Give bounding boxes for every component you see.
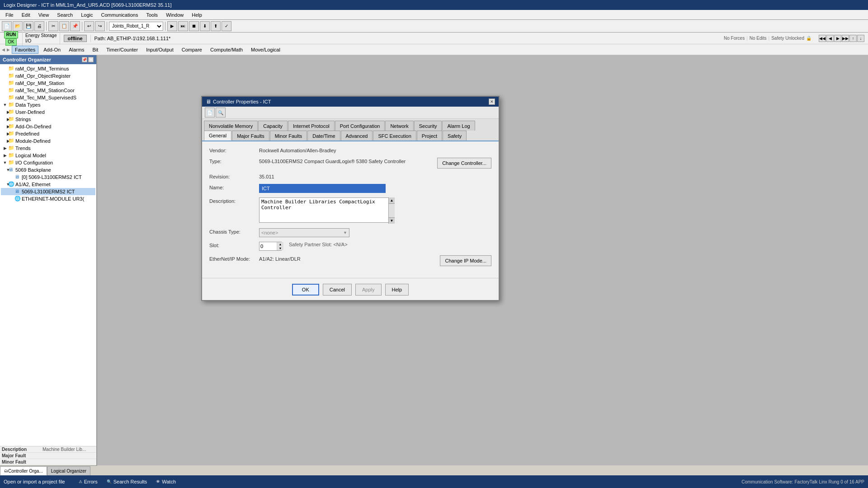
expand-icon[interactable]: ▶ [2, 123, 8, 130]
name-input[interactable] [259, 184, 386, 193]
tab-security[interactable]: Security [414, 121, 442, 131]
fav-movelogical[interactable]: Move/Logical [248, 46, 283, 54]
bottom-tab-controller-organizer[interactable]: 🗂 Controller Orga... [0, 466, 47, 475]
menu-search[interactable]: Search [53, 11, 76, 19]
tab-internet-protocol[interactable]: Internet Protocol [288, 121, 335, 131]
fav-inputoutput[interactable]: Input/Output [143, 46, 177, 54]
expand-icon[interactable]: ▼ [2, 181, 8, 188]
cancel-button[interactable]: Cancel [323, 284, 352, 296]
fav-timercounter[interactable]: Timer/Counter [103, 46, 141, 54]
tab-network[interactable]: Network [385, 121, 413, 131]
fav-alarms[interactable]: Alarms [66, 46, 87, 54]
help-button[interactable]: Help [385, 284, 409, 296]
fav-computemath[interactable]: Compute/Math [207, 46, 246, 54]
nav-right[interactable]: ▶▶ [842, 35, 849, 42]
expand-icon[interactable] [2, 66, 8, 72]
nav-left[interactable]: ◀◀ [819, 35, 826, 42]
nav-next[interactable]: ▶ [834, 35, 841, 42]
expand-icon[interactable]: ▶ [2, 109, 8, 115]
expand-icon[interactable]: ▶ [2, 152, 8, 159]
tab-minor-faults[interactable]: Minor Faults [270, 131, 307, 141]
status-tab-watch[interactable]: 👁 Watch [153, 478, 179, 485]
menu-edit[interactable]: Edit [18, 11, 34, 19]
tree-item-ram-opr-objectregister[interactable]: 📁 raM_Opr_ObjectRegister [1, 72, 95, 80]
tab-project[interactable]: Project [417, 131, 442, 141]
expand-icon[interactable] [2, 73, 8, 79]
fav-addon[interactable]: Add-On [40, 46, 64, 54]
tree-item-ram-opr-mm-station[interactable]: 📁 raM_Opr_MM_Station [1, 80, 95, 87]
fav-compare[interactable]: Compare [179, 46, 205, 54]
expand-icon[interactable]: ▼ [2, 160, 8, 166]
open-button[interactable]: 📂 [13, 21, 23, 31]
status-tab-errors[interactable]: ⚠ Errors [76, 478, 100, 485]
bottom-tab-logical-organizer[interactable]: Logical Organizer [47, 466, 90, 475]
expand-icon[interactable] [2, 188, 14, 195]
expand-icon[interactable] [2, 80, 8, 86]
menu-help[interactable]: Help [188, 11, 206, 19]
apply-button[interactable]: Apply [355, 284, 382, 296]
scroll-down[interactable]: ▼ [389, 217, 395, 224]
scroll-up[interactable]: ▲ [389, 197, 395, 204]
expand-icon[interactable] [2, 94, 8, 101]
fav-favorites[interactable]: Favorites [12, 46, 38, 54]
tab-safety[interactable]: Safety [443, 131, 467, 141]
tree-item-5069-l3100erms2-ict[interactable]: 🖥 [0] 5069-L3100ERMS2 ICT [1, 174, 95, 181]
print-button[interactable]: 🖨 [34, 21, 44, 31]
dialog-toolbar-btn2[interactable]: 🔍 [216, 108, 226, 117]
menu-view[interactable]: View [35, 11, 53, 19]
tab-advanced[interactable]: Advanced [341, 131, 373, 141]
tree-item-logical-model[interactable]: ▶ 📁 Logical Model [1, 152, 95, 159]
slot-input[interactable] [260, 244, 277, 249]
tree-item-add-on-defined[interactable]: ▶ 📁 Add-On-Defined [1, 123, 95, 130]
tree-item-ethernet-module-ur3[interactable]: 🌐 ETHERNET-MODULE UR3( [1, 195, 95, 202]
nav-prev[interactable]: ◀ [826, 35, 834, 42]
tree-item-ram-tec-mm-stationcoor[interactable]: 📁 raM_Tec_MM_StationCoor [1, 87, 95, 94]
undo-button[interactable]: ↩ [84, 21, 94, 31]
status-tab-search-results[interactable]: 🔍 Search Results [104, 478, 150, 485]
stop-btn[interactable]: ⏹ [189, 21, 199, 31]
paste-button[interactable]: 📌 [70, 21, 80, 31]
tree-item-5069-backplane[interactable]: ▼ 🖥 5069 Backplane [1, 166, 95, 174]
tree-item-5069-l3100erms2-ict2[interactable]: 🖥 5069-L3100ERMS2 ICT [1, 188, 95, 195]
tab-alarm-log[interactable]: Alarm Log [442, 121, 475, 131]
menu-logic[interactable]: Logic [77, 11, 96, 19]
tree-item-a1a2-ethernet[interactable]: ▼ 🌐 A1/A2, Ethernet [1, 181, 95, 188]
expand-icon[interactable] [2, 174, 14, 180]
tree-item-predefined[interactable]: ▶ 📁 Predefined [1, 130, 95, 137]
step-btn[interactable]: ⏭ [178, 21, 188, 31]
expand-icon[interactable]: ▶ [2, 116, 8, 122]
expand-icon[interactable]: ▶ [2, 145, 8, 151]
redo-button[interactable]: ↪ [95, 21, 105, 31]
slot-up-button[interactable]: ▲ [277, 242, 283, 246]
save-button[interactable]: 💾 [24, 21, 33, 31]
menu-communications[interactable]: Communications [98, 11, 142, 19]
dialog-close-button[interactable]: ✕ [489, 99, 495, 105]
cut-button[interactable]: ✂ [48, 21, 58, 31]
nav-up[interactable]: ↑ [849, 35, 857, 42]
chassis-dropdown-arrow[interactable]: ▼ [343, 230, 347, 235]
run-mode-btn[interactable]: ▶ [167, 21, 177, 31]
nav-down[interactable]: ↓ [857, 35, 864, 42]
expand-icon[interactable]: ▶ [2, 138, 8, 144]
change-controller-button[interactable]: Change Controller... [437, 158, 491, 169]
tree-item-ram-opr-mm-terminus[interactable]: 📁 raM_Opr_MM_Terminus [1, 65, 95, 72]
change-ip-mode-button[interactable]: Change IP Mode... [440, 255, 491, 266]
panel-pin[interactable]: 📌 [82, 57, 87, 62]
fav-bit[interactable]: Bit [89, 46, 101, 54]
expand-icon[interactable]: ▼ [2, 167, 8, 173]
expand-icon[interactable] [2, 87, 8, 94]
dialog-toolbar-btn1[interactable]: 📄 [205, 108, 215, 117]
tree-item-module-defined[interactable]: ▶ 📁 Module-Defined [1, 137, 95, 145]
expand-icon[interactable]: ▶ [2, 131, 8, 137]
menu-window[interactable]: Window [162, 11, 187, 19]
tab-capacity[interactable]: Capacity [258, 121, 288, 131]
download-btn[interactable]: ⬇ [200, 21, 210, 31]
new-button[interactable]: 📄 [2, 21, 12, 31]
tree-item-data-types[interactable]: ▼ 📁 Data Types [1, 101, 95, 108]
tree-item-user-defined[interactable]: ▶ 📁 User-Defined [1, 108, 95, 116]
expand-icon[interactable] [2, 196, 14, 202]
upload-btn[interactable]: ⬆ [211, 21, 221, 31]
tab-general[interactable]: General [204, 131, 231, 141]
tab-major-faults[interactable]: Major Faults [232, 131, 269, 141]
panel-close[interactable]: ✕ [88, 57, 94, 62]
